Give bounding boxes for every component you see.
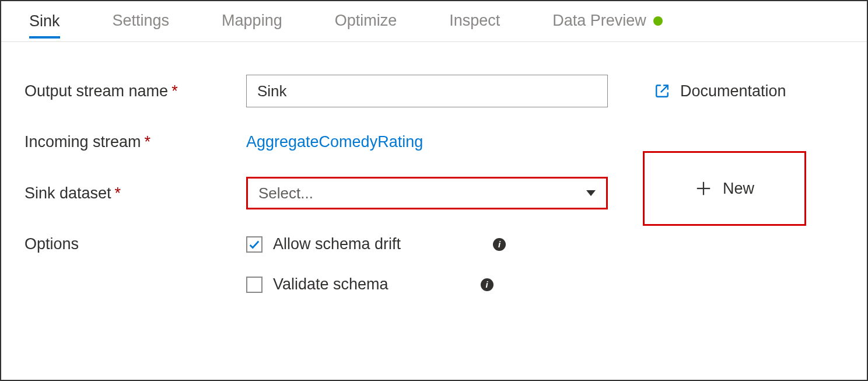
tab-sink[interactable]: Sink <box>29 12 60 39</box>
row-options: Options Allow schema drift i Validate sc… <box>24 235 844 293</box>
tab-label: Mapping <box>222 12 282 30</box>
allow-schema-drift-label: Allow schema drift <box>273 235 401 253</box>
incoming-stream-value[interactable]: AggregateComedyRating <box>246 133 423 151</box>
field-sink-dataset: Select... <box>246 177 620 209</box>
label-text: Incoming stream <box>24 133 141 151</box>
option-allow-schema-drift: Allow schema drift i <box>246 235 620 253</box>
field-output-stream <box>246 75 620 107</box>
tab-mapping[interactable]: Mapping <box>222 12 282 38</box>
new-dataset-button[interactable]: New <box>643 151 806 226</box>
sink-dataset-select[interactable]: Select... <box>246 177 608 209</box>
required-asterisk: * <box>115 184 121 202</box>
label-text: Sink dataset <box>24 184 111 202</box>
validate-schema-label: Validate schema <box>273 275 388 293</box>
info-icon[interactable]: i <box>481 278 494 291</box>
label-output-stream: Output stream name* <box>24 82 246 100</box>
status-dot-icon <box>653 16 663 26</box>
field-incoming-stream: AggregateComedyRating <box>246 133 620 151</box>
label-text: Options <box>24 235 79 253</box>
documentation-link-area: Documentation <box>654 82 786 100</box>
tab-label: Data Preview <box>552 12 646 30</box>
label-incoming-stream: Incoming stream* <box>24 133 246 151</box>
tab-label: Inspect <box>449 12 500 30</box>
select-placeholder: Select... <box>258 184 313 202</box>
label-text: Output stream name <box>24 82 168 100</box>
option-validate-schema: Validate schema i <box>246 275 620 293</box>
tab-label: Settings <box>113 12 170 30</box>
allow-schema-drift-checkbox[interactable] <box>246 236 262 253</box>
tab-data-preview[interactable]: Data Preview <box>552 12 663 38</box>
row-incoming-stream: Incoming stream* AggregateComedyRating <box>24 133 844 151</box>
chevron-down-icon <box>586 190 596 196</box>
required-asterisk: * <box>172 82 178 100</box>
open-external-icon <box>654 83 670 99</box>
new-button-label: New <box>723 180 754 198</box>
info-icon[interactable]: i <box>493 238 506 251</box>
label-options: Options <box>24 235 246 253</box>
field-options: Allow schema drift i Validate schema i <box>246 235 620 293</box>
tab-settings[interactable]: Settings <box>113 12 170 38</box>
documentation-label: Documentation <box>680 82 786 100</box>
sink-config-panel: Sink Settings Mapping Optimize Inspect D… <box>0 0 868 381</box>
label-sink-dataset: Sink dataset* <box>24 184 246 202</box>
output-stream-name-input[interactable] <box>246 75 608 107</box>
validate-schema-checkbox[interactable] <box>246 277 262 293</box>
required-asterisk: * <box>145 133 151 151</box>
tab-bar: Sink Settings Mapping Optimize Inspect D… <box>1 1 867 42</box>
row-output-stream: Output stream name* Documentation <box>24 75 844 107</box>
documentation-link[interactable]: Documentation <box>654 82 786 100</box>
form-area: Output stream name* Documentation Incomi… <box>1 42 867 331</box>
tab-label: Optimize <box>335 12 397 30</box>
tab-inspect[interactable]: Inspect <box>449 12 500 38</box>
tab-label: Sink <box>29 12 60 30</box>
plus-icon <box>695 180 712 197</box>
tab-optimize[interactable]: Optimize <box>335 12 397 38</box>
